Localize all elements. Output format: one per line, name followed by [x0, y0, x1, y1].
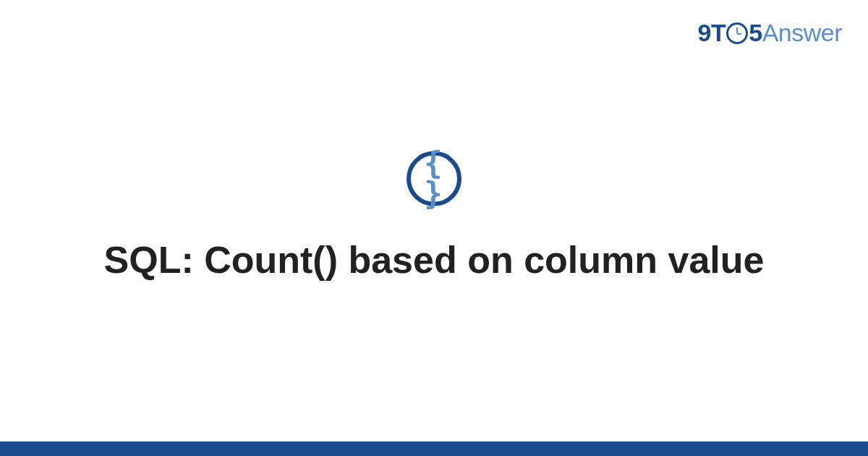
braces-icon: { }: [411, 148, 457, 209]
clock-icon: [726, 22, 748, 44]
footer-accent-bar: [0, 442, 868, 456]
logo-part-9: 9: [698, 19, 711, 47]
logo-part-5: 5: [749, 19, 762, 47]
main-content: { } SQL: Count() based on column value: [0, 151, 868, 284]
logo-part-t: T: [711, 19, 726, 47]
page-title: SQL: Count() based on column value: [0, 237, 868, 284]
category-badge: { }: [407, 151, 461, 206]
logo-part-answer: Answer: [762, 19, 842, 47]
site-logo: 9 T 5 Answer: [698, 19, 843, 47]
